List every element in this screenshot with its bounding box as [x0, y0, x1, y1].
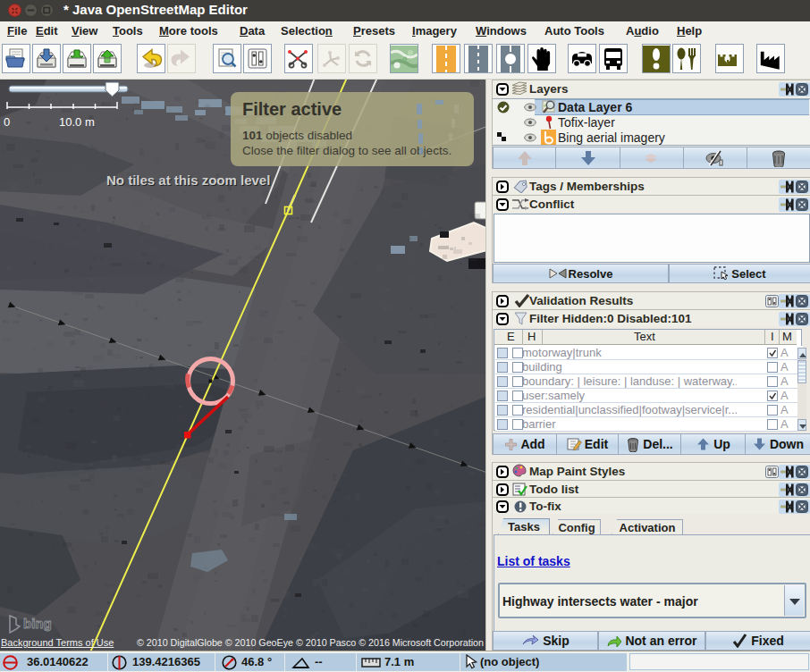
svg-text:bing: bing — [23, 616, 52, 631]
svg-text:10.0 m: 10.0 m — [59, 115, 95, 129]
svg-text:0: 0 — [4, 115, 10, 129]
